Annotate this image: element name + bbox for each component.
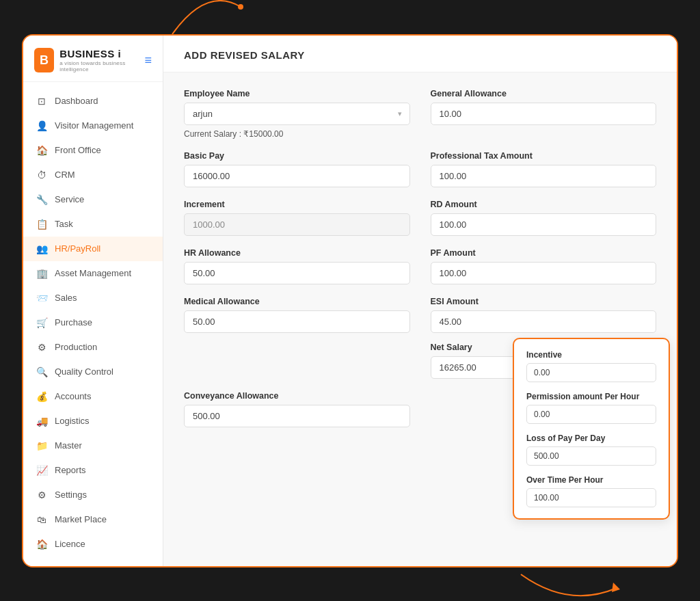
- sidebar-item-master[interactable]: 📁 Master: [23, 433, 163, 458]
- sidebar-item-purchase[interactable]: 🛒 Purchase: [23, 310, 163, 335]
- nav-label-17: Market Place: [55, 514, 107, 524]
- page-title: ADD REVISED SALARY: [184, 49, 305, 61]
- basic-pay-input[interactable]: [184, 165, 410, 187]
- nav-label-15: Reports: [55, 465, 86, 475]
- nav-icon-10: ⚙: [36, 341, 48, 353]
- sidebar-item-settings[interactable]: ⚙ Settings: [23, 483, 163, 507]
- loss-of-pay-input[interactable]: [526, 446, 656, 466]
- nav-label-6: HR/PayRoll: [55, 243, 100, 254]
- employee-name-select[interactable]: arjun: [184, 103, 410, 125]
- general-allowance-label: General Allowance: [431, 89, 657, 98]
- nav-icon-11: 🔍: [36, 366, 48, 378]
- esi-amount-input[interactable]: [431, 310, 657, 333]
- sidebar-item-production[interactable]: ⚙ Production: [23, 335, 163, 360]
- form-area: Employee Name arjun Current Salary : ₹15…: [163, 72, 677, 456]
- nav-icon-18: 🏠: [36, 538, 48, 550]
- rd-amount-input[interactable]: [431, 213, 657, 236]
- nav-label-12: Accounts: [55, 391, 91, 401]
- sidebar-item-front-office[interactable]: 🏠 Front Office: [23, 138, 163, 163]
- nav-label-1: Visitor Management: [55, 120, 133, 131]
- popup-loss-field: Loss of Pay Per Day: [526, 433, 656, 466]
- app-container: B BUSINESS i a vision towards business i…: [22, 34, 678, 567]
- sidebar-item-licence[interactable]: 🏠 Licence: [23, 532, 163, 557]
- hr-allowance-label: HR Allowance: [184, 248, 410, 258]
- pf-amount-input[interactable]: [431, 262, 657, 284]
- professional-tax-label: Professional Tax Amount: [431, 151, 657, 161]
- sidebar-item-crm[interactable]: ⏱ CRM: [23, 163, 163, 187]
- loss-of-pay-label: Loss of Pay Per Day: [526, 433, 656, 443]
- permission-input[interactable]: [526, 405, 656, 424]
- sidebar-item-task[interactable]: 📋 Task: [23, 212, 163, 237]
- hamburger-icon[interactable]: ≡: [144, 53, 152, 68]
- col-pf-amount: PF Amount: [431, 248, 657, 284]
- nav-icon-4: 🔧: [36, 193, 48, 206]
- nav-icon-2: 🏠: [36, 144, 48, 157]
- row-hr-pf: HR Allowance PF Amount: [184, 248, 656, 284]
- employee-select-wrapper: arjun: [184, 103, 410, 125]
- popup-incentive-field: Incentive: [526, 350, 656, 382]
- nav-icon-14: 📁: [36, 440, 48, 452]
- professional-tax-input[interactable]: [431, 165, 657, 187]
- logo-icon: B: [34, 48, 54, 72]
- general-allowance-input[interactable]: [431, 103, 657, 125]
- overtime-input[interactable]: [526, 488, 656, 507]
- sidebar: B BUSINESS i a vision towards business i…: [23, 36, 163, 566]
- sidebar-item-dashboard[interactable]: ⊡ Dashboard: [23, 89, 163, 113]
- popup-card: Incentive Permission amount Per Hour Los…: [513, 338, 670, 520]
- col-professional-tax: Professional Tax Amount: [431, 151, 657, 187]
- sidebar-item-accounts[interactable]: 💰 Accounts: [23, 384, 163, 409]
- nav-label-4: Service: [55, 194, 84, 204]
- col-rd-amount: RD Amount: [431, 200, 657, 236]
- nav-icon-9: 🛒: [36, 317, 48, 329]
- row-employee-general: Employee Name arjun Current Salary : ₹15…: [184, 89, 656, 139]
- esi-amount-label: ESI Amount: [431, 297, 657, 306]
- nav-label-11: Quality Control: [55, 366, 113, 377]
- nav-label-0: Dashboard: [55, 96, 98, 106]
- nav-icon-15: 📈: [36, 464, 48, 477]
- increment-input[interactable]: [184, 213, 410, 236]
- nav-label-9: Purchase: [55, 317, 92, 328]
- sidebar-item-service[interactable]: 🔧 Service: [23, 187, 163, 212]
- svg-point-0: [238, 4, 243, 10]
- sidebar-item-hr-payroll[interactable]: 👥 HR/PayRoll: [23, 237, 163, 261]
- rd-amount-label: RD Amount: [431, 200, 657, 209]
- overtime-label: Over Time Per Hour: [526, 475, 656, 485]
- incentive-input[interactable]: [526, 363, 656, 382]
- nav-icon-5: 📋: [36, 218, 48, 230]
- conveyance-allowance-input[interactable]: [184, 405, 410, 427]
- main-content: ADD REVISED SALARY Employee Name arjun C…: [163, 36, 677, 566]
- nav-icon-7: 🏢: [36, 267, 48, 280]
- nav-icon-12: 💰: [36, 390, 48, 403]
- medical-allowance-label: Medical Allowance: [184, 297, 410, 306]
- col-general-allowance: General Allowance: [431, 89, 657, 125]
- medical-allowance-input[interactable]: [184, 310, 410, 333]
- col-hr-allowance: HR Allowance: [184, 248, 410, 284]
- logo-sub: a vision towards business intelligence: [59, 60, 137, 73]
- sidebar-item-market-place[interactable]: 🛍 Market Place: [23, 507, 163, 532]
- nav-icon-0: ⊡: [36, 95, 48, 107]
- col-esi-net: ESI Amount Net Salary Incentive: [431, 297, 657, 379]
- nav-label-3: CRM: [55, 170, 75, 180]
- current-salary-text: Current Salary : ₹15000.00: [184, 129, 410, 139]
- sidebar-item-visitor-management[interactable]: 👤 Visitor Management: [23, 113, 163, 138]
- employee-name-label: Employee Name: [184, 89, 410, 98]
- row-medical-esi: Medical Allowance ESI Amount Net Salary: [184, 297, 656, 379]
- nav-label-2: Front Office: [55, 145, 101, 155]
- sidebar-item-logistics[interactable]: 🚚 Logistics: [23, 409, 163, 433]
- nav-label-18: Licence: [55, 539, 85, 549]
- logo: B BUSINESS i a vision towards business i…: [34, 48, 137, 73]
- sidebar-nav: ⊡ Dashboard 👤 Visitor Management 🏠 Front…: [23, 82, 163, 566]
- sidebar-item-asset-management[interactable]: 🏢 Asset Management: [23, 261, 163, 286]
- basic-pay-label: Basic Pay: [184, 151, 410, 161]
- row-basic-professional: Basic Pay Professional Tax Amount: [184, 151, 656, 187]
- nav-label-10: Production: [55, 342, 97, 352]
- sidebar-item-reports[interactable]: 📈 Reports: [23, 458, 163, 483]
- sidebar-item-sales[interactable]: 📨 Sales: [23, 286, 163, 310]
- hr-allowance-input[interactable]: [184, 262, 410, 284]
- nav-label-13: Logistics: [55, 416, 90, 426]
- sidebar-item-quality-control[interactable]: 🔍 Quality Control: [23, 360, 163, 384]
- sidebar-header: B BUSINESS i a vision towards business i…: [23, 36, 163, 82]
- pf-amount-label: PF Amount: [431, 248, 657, 258]
- nav-icon-17: 🛍: [36, 513, 48, 526]
- nav-label-14: Master: [55, 440, 82, 451]
